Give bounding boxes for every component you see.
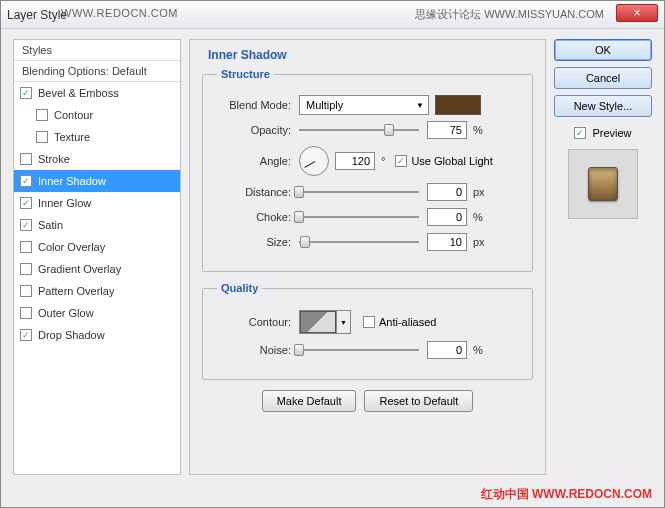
style-color-overlay[interactable]: Color Overlay xyxy=(14,236,180,258)
checkbox-icon[interactable] xyxy=(20,241,32,253)
style-satin[interactable]: ✓Satin xyxy=(14,214,180,236)
checkbox-icon[interactable] xyxy=(20,307,32,319)
distance-label: Distance: xyxy=(217,186,299,198)
dialog-body: Styles Blending Options: Default ✓Bevel … xyxy=(1,29,664,485)
distance-slider[interactable] xyxy=(299,189,419,195)
style-texture[interactable]: Texture xyxy=(14,126,180,148)
watermark-top-right: 思缘设计论坛 WWW.MISSYUAN.COM xyxy=(415,7,604,22)
watermark-bottom: 红动中国 WWW.REDOCN.COM xyxy=(481,486,652,503)
contour-picker[interactable]: ▼ xyxy=(299,310,351,334)
checkbox-icon[interactable] xyxy=(20,285,32,297)
style-gradient-overlay[interactable]: Gradient Overlay xyxy=(14,258,180,280)
quality-group: Quality Contour: ▼ Anti-aliased Noise: % xyxy=(202,282,533,380)
watermark-top-left: WWW.REDOCN.COM xyxy=(61,7,178,19)
choke-input[interactable] xyxy=(427,208,467,226)
preview-thumbnail xyxy=(568,149,638,219)
noise-label: Noise: xyxy=(217,344,299,356)
global-light-checkbox[interactable]: ✓ xyxy=(395,155,407,167)
checkbox-icon[interactable]: ✓ xyxy=(20,197,32,209)
new-style-button[interactable]: New Style... xyxy=(554,95,652,117)
size-label: Size: xyxy=(217,236,299,248)
style-pattern-overlay[interactable]: Pattern Overlay xyxy=(14,280,180,302)
settings-panel: Inner Shadow Structure Blend Mode: Multi… xyxy=(189,39,546,475)
layer-style-dialog: Layer Style WWW.REDOCN.COM 思缘设计论坛 WWW.MI… xyxy=(0,0,665,508)
antialiased-label: Anti-aliased xyxy=(379,316,436,328)
contour-swatch-icon xyxy=(300,311,336,333)
structure-legend: Structure xyxy=(217,68,274,80)
style-outer-glow[interactable]: Outer Glow xyxy=(14,302,180,324)
reset-default-button[interactable]: Reset to Default xyxy=(364,390,473,412)
blend-mode-dropdown[interactable]: Multiply ▼ xyxy=(299,95,429,115)
make-default-button[interactable]: Make Default xyxy=(262,390,357,412)
style-stroke[interactable]: Stroke xyxy=(14,148,180,170)
noise-input[interactable] xyxy=(427,341,467,359)
choke-label: Choke: xyxy=(217,211,299,223)
global-light-label: Use Global Light xyxy=(411,155,492,167)
chevron-down-icon[interactable]: ▼ xyxy=(336,311,350,333)
checkbox-icon[interactable]: ✓ xyxy=(20,219,32,231)
right-panel: OK Cancel New Style... ✓ Preview xyxy=(554,39,652,475)
distance-input[interactable] xyxy=(427,183,467,201)
styles-header[interactable]: Styles xyxy=(14,40,180,61)
angle-input[interactable] xyxy=(335,152,375,170)
style-contour[interactable]: Contour xyxy=(14,104,180,126)
style-drop-shadow[interactable]: ✓Drop Shadow xyxy=(14,324,180,346)
blend-mode-label: Blend Mode: xyxy=(217,99,299,111)
preview-checkbox[interactable]: ✓ xyxy=(574,127,586,139)
opacity-label: Opacity: xyxy=(217,124,299,136)
style-inner-glow[interactable]: ✓Inner Glow xyxy=(14,192,180,214)
angle-label: Angle: xyxy=(217,155,299,167)
checkbox-icon[interactable] xyxy=(20,263,32,275)
noise-slider[interactable] xyxy=(299,347,419,353)
preview-swatch-icon xyxy=(588,167,618,201)
style-bevel-emboss[interactable]: ✓Bevel & Emboss xyxy=(14,82,180,104)
opacity-input[interactable] xyxy=(427,121,467,139)
size-input[interactable] xyxy=(427,233,467,251)
shadow-color-swatch[interactable] xyxy=(435,95,481,115)
size-slider[interactable] xyxy=(299,239,419,245)
panel-title: Inner Shadow xyxy=(208,48,533,62)
chevron-down-icon: ▼ xyxy=(416,101,424,110)
ok-button[interactable]: OK xyxy=(554,39,652,61)
styles-panel: Styles Blending Options: Default ✓Bevel … xyxy=(13,39,181,475)
structure-group: Structure Blend Mode: Multiply ▼ Opacity… xyxy=(202,68,533,272)
antialiased-checkbox[interactable] xyxy=(363,316,375,328)
checkbox-icon[interactable] xyxy=(20,153,32,165)
contour-label: Contour: xyxy=(217,316,299,328)
opacity-slider[interactable] xyxy=(299,127,419,133)
cancel-button[interactable]: Cancel xyxy=(554,67,652,89)
checkbox-icon[interactable]: ✓ xyxy=(20,329,32,341)
checkbox-icon[interactable] xyxy=(36,109,48,121)
blending-options-row[interactable]: Blending Options: Default xyxy=(14,61,180,82)
angle-dial[interactable] xyxy=(299,146,329,176)
close-button[interactable]: × xyxy=(616,4,658,22)
checkbox-icon[interactable]: ✓ xyxy=(20,87,32,99)
quality-legend: Quality xyxy=(217,282,262,294)
titlebar: Layer Style WWW.REDOCN.COM 思缘设计论坛 WWW.MI… xyxy=(1,1,664,29)
checkbox-icon[interactable] xyxy=(36,131,48,143)
preview-label: Preview xyxy=(592,127,631,139)
window-title: Layer Style xyxy=(7,8,67,22)
style-inner-shadow[interactable]: ✓Inner Shadow xyxy=(14,170,180,192)
checkbox-icon[interactable]: ✓ xyxy=(20,175,32,187)
choke-slider[interactable] xyxy=(299,214,419,220)
